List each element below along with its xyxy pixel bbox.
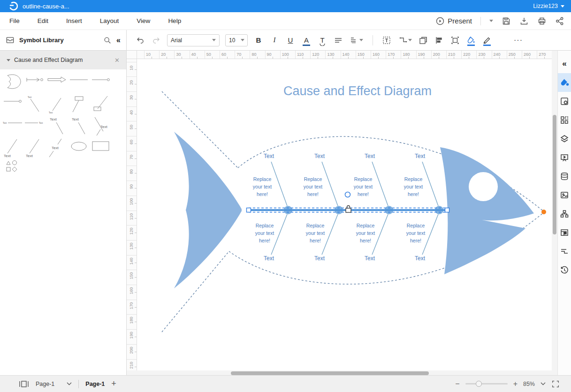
bone-top-label-1[interactable]: Text — [264, 153, 274, 159]
fill-style-button[interactable] — [464, 33, 478, 47]
picture-icon[interactable] — [558, 186, 571, 204]
symbol-ellipse-shape[interactable] — [68, 137, 90, 158]
line-spacing-button[interactable] — [347, 33, 366, 47]
symbol-branch-text-right[interactable]: Text — [90, 115, 112, 137]
zoom-out-button[interactable]: − — [455, 380, 459, 388]
bone-top-label-4[interactable]: Text — [415, 153, 426, 159]
font-size-select[interactable]: 10 — [225, 34, 248, 46]
redo-button[interactable] — [149, 33, 163, 47]
replace-text-top-4[interactable]: your text — [404, 184, 423, 189]
document-tab-title[interactable]: outline-cause-a... — [23, 3, 69, 10]
replace-text-bottom-3[interactable]: your text — [356, 230, 375, 236]
page-setup-icon[interactable] — [558, 92, 571, 111]
bone-top-2[interactable] — [322, 162, 338, 206]
menu-file[interactable]: File — [9, 17, 20, 24]
text-tool-button[interactable] — [380, 33, 394, 47]
symbol-box-branch-mid[interactable] — [90, 94, 112, 115]
replace-text-bottom-1[interactable]: here! — [259, 238, 270, 243]
collapse-library-icon[interactable]: « — [116, 36, 121, 45]
replace-text-bottom-2[interactable]: here! — [310, 238, 321, 243]
share-icon[interactable] — [555, 16, 564, 26]
replace-text-bottom-2[interactable]: Replace — [306, 223, 325, 228]
bone-top-4[interactable] — [422, 162, 438, 206]
group-button[interactable] — [448, 33, 462, 47]
drawing-canvas[interactable]: Cause and Effect DiagramTextTextReplaceR… — [137, 59, 552, 370]
bone-bottom-label-1[interactable]: Text — [264, 255, 274, 262]
bold-button[interactable]: B — [251, 33, 266, 47]
save-icon[interactable] — [502, 16, 511, 26]
substitute-shape-button[interactable] — [416, 33, 430, 47]
replace-text-top-3[interactable]: here! — [358, 191, 369, 197]
line-style-icon[interactable] — [558, 242, 571, 261]
symbol-branch-text-mid[interactable]: Text — [46, 137, 68, 158]
history-icon[interactable] — [558, 261, 571, 279]
selection-handle-right[interactable] — [445, 208, 449, 212]
layers-icon[interactable] — [558, 129, 571, 148]
add-page-button[interactable]: + — [111, 379, 116, 389]
replace-text-bottom-4[interactable]: Replace — [407, 223, 425, 228]
symbol-branch-text-bottom-2[interactable]: Text — [24, 137, 46, 158]
symbol-line-endpoint[interactable] — [90, 72, 112, 94]
print-icon[interactable] — [537, 16, 547, 26]
fish-tail-shape[interactable] — [174, 132, 242, 288]
replace-text-top-3[interactable]: Replace — [354, 176, 373, 182]
symbol-fish-head-outline[interactable] — [2, 72, 24, 94]
replace-text-top-1[interactable]: here! — [257, 191, 268, 197]
zoom-level[interactable]: 85% — [523, 381, 535, 387]
replace-text-top-2[interactable]: here! — [307, 191, 319, 197]
replace-text-top-1[interactable]: Replace — [253, 176, 272, 182]
line-style-pen-button[interactable] — [480, 33, 494, 47]
align-shapes-button[interactable] — [432, 33, 446, 47]
symbol-line-endpoint-long[interactable] — [2, 94, 24, 115]
replace-text-top-3[interactable]: your text — [354, 184, 373, 189]
vertical-scrollbar-thumb[interactable] — [553, 115, 556, 234]
bone-top-label-2[interactable]: Text — [314, 153, 325, 159]
symbol-straight-line[interactable] — [68, 72, 90, 94]
download-icon[interactable] — [519, 16, 529, 26]
font-family-select[interactable]: Arial — [167, 34, 220, 46]
library-section-header[interactable]: Cause and Effect Diagram ✕ — [0, 51, 126, 69]
zoom-in-button[interactable]: + — [513, 380, 518, 388]
menu-view[interactable]: View — [137, 17, 150, 24]
underline-button[interactable]: U — [283, 33, 297, 47]
collapse-panel-icon[interactable]: « — [558, 54, 571, 73]
zoom-slider-knob[interactable] — [476, 381, 482, 387]
diagram-title[interactable]: Cause and Effect Diagram — [283, 84, 432, 98]
replace-text-top-2[interactable]: Replace — [304, 176, 322, 182]
undo-button[interactable] — [133, 33, 147, 47]
symbol-branch-tiny-text-top[interactable]: Text — [24, 94, 46, 115]
database-icon[interactable] — [558, 167, 571, 186]
menu-help[interactable]: Help — [168, 17, 181, 24]
more-tools-button[interactable]: ··· — [514, 36, 523, 45]
symbol-basic-shapes[interactable] — [2, 158, 24, 180]
connector-tool-button[interactable] — [396, 33, 414, 47]
replace-text-bottom-4[interactable]: your text — [406, 230, 425, 236]
rotation-handle[interactable] — [345, 192, 350, 197]
org-structure-icon[interactable] — [558, 204, 571, 223]
zoom-slider[interactable] — [465, 383, 508, 384]
symbol-box-branch[interactable] — [68, 94, 90, 115]
present-button[interactable]: Present — [435, 16, 472, 26]
presentation-icon[interactable] — [558, 148, 571, 167]
replace-text-bottom-1[interactable]: Replace — [256, 223, 274, 228]
bone-bottom-label-2[interactable]: Text — [314, 255, 325, 262]
fish-head-shape[interactable] — [440, 147, 534, 274]
frame-icon[interactable] — [558, 223, 571, 242]
vertical-scrollbar[interactable] — [552, 51, 557, 375]
fill-style-icon[interactable] — [558, 73, 571, 92]
symbol-branch-text-top-2[interactable]: Text — [68, 115, 90, 137]
bone-bottom-label-4[interactable]: Text — [415, 255, 426, 262]
replace-text-bottom-1[interactable]: your text — [255, 230, 274, 236]
replace-text-bottom-3[interactable]: Replace — [357, 223, 375, 228]
search-icon[interactable] — [103, 36, 112, 45]
symbol-segment-text-right[interactable]: Text — [24, 115, 46, 137]
connection-point-dot[interactable] — [541, 210, 546, 214]
page-thumbnail-panel-icon[interactable] — [19, 380, 29, 388]
replace-text-top-2[interactable]: your text — [304, 184, 322, 189]
symbol-main-bone-arrow[interactable] — [24, 72, 46, 94]
font-color-button[interactable]: A — [299, 33, 313, 47]
menu-edit[interactable]: Edit — [38, 17, 48, 24]
symbol-branch-tiny-text-bottom[interactable]: Text — [46, 94, 68, 115]
menu-layout[interactable]: Layout — [100, 17, 119, 24]
replace-text-bottom-4[interactable]: here! — [410, 238, 421, 243]
